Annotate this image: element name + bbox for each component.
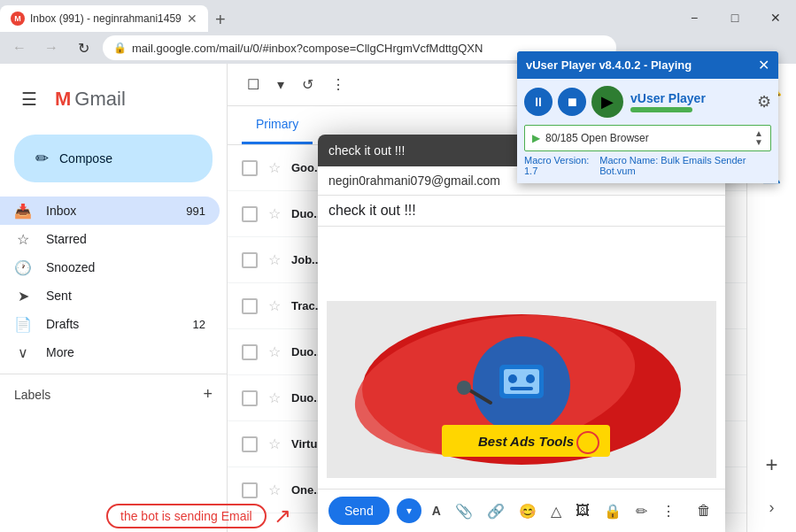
star-icon[interactable]: ☆ — [268, 159, 281, 176]
labels-header: Labels + — [0, 382, 227, 407]
close-button[interactable]: ✕ — [755, 4, 796, 32]
drafts-icon: 📄 — [14, 316, 32, 333]
vuser-macro-arrows: ▲ ▼ — [754, 129, 763, 147]
vuser-pause-button[interactable]: ⏸ — [524, 88, 553, 116]
starred-label: Starred — [46, 232, 205, 246]
signature-icon[interactable]: ✏ — [632, 499, 651, 523]
more-chevron-icon: ∨ — [14, 344, 32, 361]
sent-icon: ➤ — [14, 288, 32, 305]
gmail-header: ☰ M Gmail — [0, 71, 227, 127]
delete-draft-button[interactable]: 🗑 — [693, 499, 715, 522]
drafts-label: Drafts — [46, 317, 179, 331]
link-icon[interactable]: 🔗 — [483, 499, 508, 523]
format-text-icon[interactable]: A — [429, 500, 444, 521]
compose-label: Compose — [59, 151, 112, 166]
compose-body-field[interactable] — [318, 227, 725, 297]
more-label: More — [46, 345, 205, 359]
email-checkbox[interactable] — [242, 206, 258, 222]
vuser-macro-name: Macro Name: Bulk Emails Sender Bot.vum — [599, 155, 771, 176]
tab-bar: M Inbox (991) - neginrahmani1459 ✕ + − □… — [0, 0, 796, 32]
star-icon[interactable]: ☆ — [268, 389, 281, 406]
email-checkbox[interactable] — [242, 390, 258, 406]
sidebar-item-more[interactable]: ∨ More — [0, 338, 220, 366]
vuser-stop-button[interactable]: ⏹ — [558, 88, 586, 116]
lock-icon: 🔒 — [113, 42, 127, 54]
primary-tab[interactable]: Primary — [242, 106, 313, 144]
refresh-button[interactable]: ↺ — [297, 71, 319, 98]
compose-image-area: Best Ads Tools — [318, 297, 725, 489]
email-checkbox[interactable] — [242, 160, 258, 176]
compose-subject-text: check it out !!! — [328, 203, 416, 218]
compose-modal: check it out !!! − ⤢ ✕ negin0rahmani079@… — [318, 135, 725, 532]
tab-close-button[interactable]: ✕ — [187, 12, 197, 26]
star-icon[interactable]: ☆ — [268, 251, 281, 268]
star-icon[interactable]: ☆ — [268, 482, 281, 498]
drive-icon[interactable]: △ — [547, 499, 565, 523]
add-apps-button[interactable]: + — [754, 447, 790, 482]
star-icon[interactable]: ☆ — [268, 343, 281, 360]
labels-title: Labels — [14, 388, 50, 402]
expand-button[interactable]: › — [754, 490, 790, 525]
arrow-icon: ↗ — [274, 504, 291, 528]
select-all-checkbox[interactable]: ☐ — [242, 71, 265, 98]
star-icon[interactable]: ☆ — [268, 205, 281, 222]
more-options-button[interactable]: ⋮ — [326, 71, 351, 98]
emoji-icon[interactable]: 😊 — [515, 499, 540, 523]
vuser-macro-play-icon: ▶ — [532, 132, 540, 144]
inbox-label: Inbox — [46, 204, 172, 218]
star-icon[interactable]: ☆ — [268, 297, 281, 314]
compose-footer: Send ▾ A 📎 🔗 😊 △ 🖼 🔒 ✏ ⋮ 🗑 — [318, 489, 725, 532]
vuser-body: ⏸ ⏹ ▶ vUser Player ⚙ ▶ 80/185 Open Brows… — [517, 79, 778, 183]
sidebar-item-sent[interactable]: ➤ Sent — [0, 281, 220, 310]
sidebar-item-inbox[interactable]: 📥 Inbox 991 — [0, 197, 220, 225]
compose-button[interactable]: ✏ Compose — [14, 135, 213, 182]
forward-button[interactable]: → — [39, 35, 64, 60]
sidebar-item-snoozed[interactable]: 🕐 Snoozed — [0, 253, 220, 281]
back-button[interactable]: ← — [7, 35, 32, 60]
email-checkbox[interactable] — [242, 252, 258, 268]
email-checkbox[interactable] — [242, 344, 258, 360]
new-tab-button[interactable]: + — [208, 7, 233, 32]
send-dropdown-button[interactable]: ▾ — [397, 498, 421, 523]
pause-icon: ⏸ — [532, 95, 545, 109]
attach-icon[interactable]: 📎 — [452, 499, 476, 523]
select-dropdown-button[interactable]: ▾ — [272, 71, 290, 98]
maximize-button[interactable]: □ — [715, 4, 755, 32]
vuser-info-row: Macro Version: 1.7 Macro Name: Bulk Emai… — [524, 155, 771, 176]
gmail-logo: M Gmail — [55, 88, 126, 111]
sidebar-item-drafts[interactable]: 📄 Drafts 12 — [0, 310, 220, 338]
email-checkbox[interactable] — [242, 436, 258, 452]
active-tab[interactable]: M Inbox (991) - neginrahmani1459 ✕ — [0, 5, 208, 32]
vuser-macro-text: 80/185 Open Browser — [545, 132, 749, 144]
vuser-name-area: vUser Player — [630, 91, 706, 112]
svg-text:Best Ads Tools: Best Ads Tools — [478, 434, 574, 449]
vuser-player-panel: vUser Player v8.4.0.2 - Playing ✕ ⏸ ⏹ ▶ … — [517, 51, 778, 183]
svg-point-7 — [526, 374, 535, 383]
reload-button[interactable]: ↻ — [71, 35, 96, 60]
vuser-close-button[interactable]: ✕ — [758, 57, 769, 73]
labels-add-button[interactable]: + — [203, 385, 213, 404]
lock-icon[interactable]: 🔒 — [600, 499, 625, 523]
window-controls: − □ ✕ — [674, 4, 796, 32]
vuser-logo-icon: ▶ — [601, 92, 614, 112]
vuser-logo-area: ▶ vUser Player — [591, 86, 752, 118]
svg-point-6 — [508, 374, 517, 383]
sidebar-divider — [0, 374, 227, 374]
macro-arrow-down[interactable]: ▼ — [754, 138, 763, 147]
compose-to-address: negin0rahmani079@gmail.com — [328, 173, 500, 188]
send-button[interactable]: Send — [328, 497, 390, 525]
more-footer-button[interactable]: ⋮ — [658, 499, 679, 523]
vuser-settings-button[interactable]: ⚙ — [757, 92, 771, 112]
sidebar: ☰ M Gmail ✏ Compose 📥 Inbox 991 ☆ Starre… — [0, 64, 227, 532]
photo-icon[interactable]: 🖼 — [572, 499, 593, 522]
email-checkbox[interactable] — [242, 298, 258, 314]
snoozed-label: Snoozed — [46, 260, 205, 274]
hamburger-icon[interactable]: ☰ — [14, 81, 44, 117]
status-annotation: the bot is sending Email ↗ — [106, 504, 291, 528]
email-checkbox[interactable] — [242, 482, 258, 498]
minimize-button[interactable]: − — [674, 4, 715, 32]
drafts-badge: 12 — [193, 318, 205, 331]
sidebar-item-starred[interactable]: ☆ Starred — [0, 225, 220, 253]
snoozed-icon: 🕐 — [14, 259, 32, 276]
star-icon[interactable]: ☆ — [268, 436, 281, 452]
